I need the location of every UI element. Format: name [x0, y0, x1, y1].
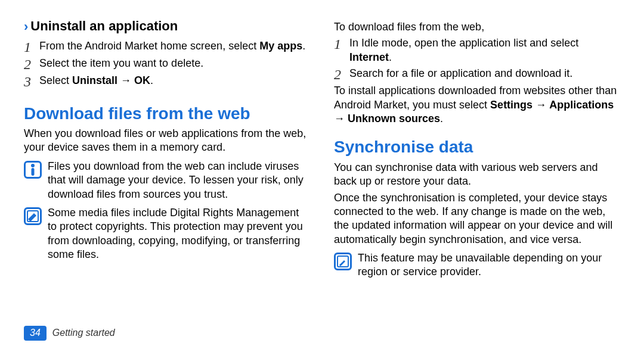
note-text: This feature may be unavailable dependin… — [358, 251, 620, 279]
uninstall-heading-text: Uninstall an application — [30, 18, 178, 33]
unknown-sources-note: To install applications downloaded from … — [334, 84, 620, 126]
sync-para-1: You can synchronise data with various we… — [334, 161, 620, 189]
note-text: Some media files include Digital Rights … — [48, 206, 310, 262]
uninstall-heading: ›Uninstall an application — [24, 18, 310, 36]
step-number: 1 — [24, 39, 39, 54]
step-item: 3 Select Uninstall → OK. — [24, 74, 310, 89]
step-item: 1 From the Android Market home screen, s… — [24, 39, 310, 54]
step-number: 1 — [334, 36, 349, 51]
step-item: 2 Search for a file or application and d… — [334, 67, 620, 82]
step-number: 2 — [24, 57, 39, 71]
warning-callout: Files you download from the web can incl… — [24, 160, 310, 201]
page-content: ›Uninstall an application 1 From the And… — [0, 0, 644, 314]
step-text: From the Android Market home screen, sel… — [39, 39, 310, 53]
step-item: 1 In Idle mode, open the application lis… — [334, 36, 620, 64]
step-number: 3 — [24, 74, 39, 89]
step-text: In Idle mode, open the application list … — [349, 36, 620, 64]
left-column: ›Uninstall an application 1 From the And… — [24, 18, 310, 284]
warning-text: Files you download from the web can incl… — [48, 160, 310, 201]
warning-icon — [24, 161, 42, 179]
note-icon — [334, 253, 352, 270]
step-item: 2 Select the item you want to delete. — [24, 57, 310, 71]
step-number: 2 — [334, 67, 349, 82]
step-text: Search for a file or application and dow… — [349, 67, 620, 80]
note-icon — [24, 207, 42, 225]
right-column: To download files from the web, 1 In Idl… — [334, 18, 620, 284]
svg-rect-1 — [32, 168, 35, 176]
download-web-intro: To download files from the web, — [334, 20, 620, 34]
page-footer: 34 Getting started — [24, 326, 115, 341]
download-heading: Download files from the web — [24, 103, 310, 124]
page-number-badge: 34 — [24, 326, 47, 341]
sync-para-2: Once the synchronisation is completed, y… — [334, 191, 620, 247]
note-callout: This feature may be unavailable dependin… — [334, 251, 620, 279]
download-intro-para: When you download files or web applicati… — [24, 127, 310, 155]
step-text: Select Uninstall → OK. — [39, 74, 310, 88]
svg-point-0 — [31, 164, 35, 167]
sync-heading: Synchronise data — [334, 136, 620, 158]
step-text: Select the item you want to delete. — [39, 57, 310, 70]
footer-section-label: Getting started — [52, 327, 115, 339]
note-callout: Some media files include Digital Rights … — [24, 206, 310, 262]
chevron-right-icon: › — [24, 19, 28, 34]
